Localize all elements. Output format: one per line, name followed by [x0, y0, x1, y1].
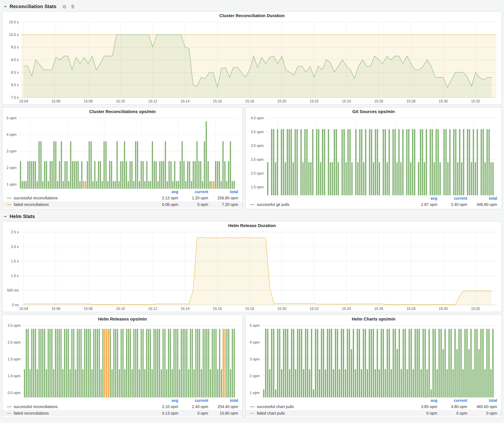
svg-text:1.0 opm: 1.0 opm	[8, 374, 21, 378]
legend-col-avg[interactable]: avg	[407, 196, 437, 200]
svg-text:2.5 opm: 2.5 opm	[8, 323, 21, 328]
svg-text:15:22: 15:22	[310, 307, 319, 311]
svg-text:5 opm: 5 opm	[6, 116, 17, 120]
legend-value: 2.40 opm	[437, 202, 467, 207]
svg-text:15:26: 15:26	[374, 99, 383, 103]
legend-col-avg[interactable]: avg	[407, 398, 437, 403]
svg-text:4.0 opm: 4.0 opm	[251, 116, 264, 120]
row-title[interactable]: Helm Stats	[10, 214, 35, 219]
legend-row: failed reconciliations0.06 opm0 opm7.20 …	[2, 201, 242, 208]
svg-text:2 opm: 2 opm	[250, 374, 260, 378]
legend-col-avg[interactable]: avg	[148, 189, 178, 194]
legend-row: successful reconciliations2.10 opm2.40 o…	[2, 403, 242, 410]
svg-text:15:06: 15:06	[51, 307, 60, 311]
svg-text:15:32: 15:32	[471, 99, 480, 103]
svg-text:1.5 opm: 1.5 opm	[8, 357, 21, 361]
chevron-down-icon[interactable]	[3, 4, 7, 9]
series-color-dash	[7, 413, 12, 413]
panel-title[interactable]: Helm Releases ops/min	[2, 315, 242, 323]
gear-icon[interactable]: ⚙	[62, 4, 66, 9]
legend-git-sources: avgcurrenttotalsuccessful git pulls2.87 …	[246, 195, 502, 209]
legend-value: 1.20 opm	[178, 196, 208, 200]
svg-text:15:18: 15:18	[245, 99, 254, 103]
panel-title[interactable]: Helm Charts ops/min	[246, 315, 502, 323]
svg-text:15:18: 15:18	[245, 307, 254, 311]
legend-value: 3.85 opm	[407, 405, 437, 409]
helm-charts-chart[interactable]: 15:0515:1015:1515:2015:2515:300 opm1 opm…	[247, 323, 500, 397]
panel-git-sources-opm: Git Sources ops/min 15:0515:1015:1515:20…	[245, 107, 502, 209]
svg-text:15:20: 15:20	[277, 307, 287, 311]
svg-text:9.5 s: 9.5 s	[11, 45, 19, 49]
series-name[interactable]: failed chart pulls	[257, 411, 285, 415]
legend-header: avgcurrenttotal	[2, 397, 242, 403]
legend-value: 0 opm	[467, 411, 497, 415]
series-color-dash	[250, 413, 255, 413]
series-name[interactable]: successful reconciliations	[14, 405, 58, 409]
legend-col-avg[interactable]: avg	[148, 398, 178, 403]
svg-text:15:20: 15:20	[277, 99, 287, 103]
svg-text:15:10: 15:10	[116, 307, 125, 311]
legend-value: 7.20 opm	[208, 202, 238, 207]
series-color-dash	[7, 406, 12, 407]
svg-text:500 ms: 500 ms	[7, 288, 19, 292]
svg-text:2.5 opm: 2.5 opm	[251, 158, 264, 162]
legend-value: 2.87 opm	[407, 202, 437, 207]
series-name[interactable]: failed reconciliations	[14, 411, 49, 415]
svg-text:7.5 s: 7.5 s	[11, 95, 19, 100]
legend-col-current[interactable]: current	[437, 196, 467, 200]
legend-col-total[interactable]: total	[208, 189, 238, 194]
svg-text:15:26: 15:26	[374, 307, 383, 311]
svg-text:15:30: 15:30	[439, 99, 448, 103]
legend-value: 256.80 opm	[208, 196, 238, 200]
row-title[interactable]: Reconciliation Stats	[10, 4, 56, 9]
svg-text:10.5 s: 10.5 s	[9, 20, 19, 24]
cluster-reconciliation-duration-chart[interactable]: 15:0415:0615:0815:1015:1215:1415:1615:18…	[4, 20, 500, 104]
gear-glyph: ⚙	[62, 4, 66, 9]
legend-value: 465.60 opm	[467, 405, 497, 409]
legend-col-current[interactable]: current	[437, 398, 467, 403]
svg-text:1.0 s: 1.0 s	[11, 274, 19, 278]
row-header-reconciliation-stats[interactable]: Reconciliation Stats ⚙	[2, 2, 502, 11]
panel-title[interactable]: Cluster Reconciliation Duration	[2, 12, 502, 20]
svg-text:2.0 opm: 2.0 opm	[251, 171, 264, 175]
legend-col-current[interactable]: current	[178, 189, 208, 194]
svg-text:5 opm: 5 opm	[250, 323, 260, 328]
trash-icon[interactable]	[71, 4, 75, 9]
chevron-down-icon[interactable]	[3, 214, 7, 219]
svg-text:1.5 opm: 1.5 opm	[251, 185, 264, 189]
svg-text:15:30: 15:30	[439, 307, 448, 311]
series-name[interactable]: failed reconciliations	[14, 202, 49, 207]
svg-text:3 opm: 3 opm	[6, 149, 17, 153]
series-name[interactable]: successful reconciliations	[14, 196, 58, 200]
svg-text:15:16: 15:16	[213, 307, 222, 311]
legend-col-total[interactable]: total	[467, 398, 497, 403]
legend-col-current[interactable]: current	[178, 398, 208, 403]
legend-col-total[interactable]: total	[208, 398, 238, 403]
svg-text:15:14: 15:14	[180, 307, 190, 311]
legend-value: 346.80 opm	[467, 202, 497, 207]
legend-value: 254.40 opm	[208, 405, 238, 409]
svg-text:15:12: 15:12	[148, 307, 157, 311]
panel-title[interactable]: Helm Release Duration	[2, 222, 502, 229]
legend-value: 2.40 opm	[178, 405, 208, 409]
svg-text:15:08: 15:08	[84, 307, 93, 311]
legend-row: successful reconciliations2.12 opm1.20 o…	[2, 195, 242, 201]
row-header-helm-stats[interactable]: Helm Stats	[2, 212, 502, 221]
panel-title[interactable]: Cluster Reconciliations ops/min	[2, 107, 242, 116]
helm-release-duration-chart[interactable]: 15:0415:0615:0815:1015:1215:1415:1615:18…	[4, 229, 500, 312]
legend-col-total[interactable]: total	[467, 196, 497, 200]
git-sources-chart[interactable]: 15:0515:1015:1515:2015:2515:301.0 opm1.5…	[247, 116, 500, 195]
svg-text:15:04: 15:04	[19, 99, 28, 103]
series-color-dash	[7, 204, 12, 205]
panel-title[interactable]: Git Sources ops/min	[246, 107, 502, 116]
cluster-reconciliations-chart[interactable]: 15:0515:1015:1515:2015:2515:300 opm1 opm…	[4, 116, 241, 189]
series-name[interactable]: successful git pulls	[257, 202, 289, 207]
legend-value: 0 opm	[178, 202, 208, 207]
svg-text:15:24: 15:24	[342, 307, 351, 311]
svg-text:15:28: 15:28	[407, 307, 415, 311]
svg-text:8.0 s: 8.0 s	[11, 83, 19, 87]
series-name[interactable]: successful chart pulls	[257, 405, 294, 409]
legend-header: avgcurrenttotal	[2, 189, 242, 195]
legend-helm-releases: avgcurrenttotalsuccessful reconciliation…	[2, 397, 242, 418]
helm-releases-chart[interactable]: 15:0515:1015:1515:2015:2515:300 opm0.5 o…	[4, 323, 241, 397]
